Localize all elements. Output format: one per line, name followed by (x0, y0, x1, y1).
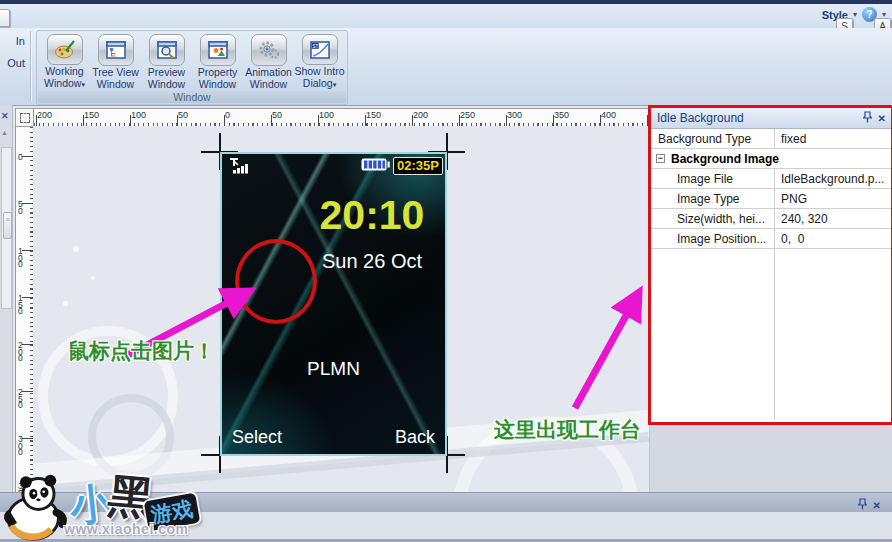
ribbon: In Out Working Window▾Tree View WindowPr… (0, 28, 892, 106)
canvas-decor-dot (73, 246, 79, 252)
ruler-label: 50 (178, 110, 188, 120)
dropdown-arrow-icon: ▾ (81, 81, 85, 88)
property-value[interactable]: 0, 0 (775, 232, 891, 246)
property-value[interactable]: fixed (775, 132, 891, 146)
softkey-back[interactable]: Back (395, 427, 435, 448)
svg-text:ST: ST (312, 43, 318, 48)
vertical-ruler: 050100150200250300350 (15, 126, 35, 494)
property-row: Image FileIdleBackground.p... (651, 169, 891, 189)
ruler-label: 100 (131, 110, 146, 120)
property-row: Background Typefixed (651, 129, 891, 149)
property-row: Size(width, hei...240, 320 (651, 209, 891, 229)
ruler-corner-box (15, 108, 35, 128)
working-window-button[interactable]: Working Window▾ (39, 32, 90, 90)
property-value[interactable]: 240, 320 (775, 212, 891, 226)
ruler-label: 150 (366, 110, 381, 120)
close-icon[interactable]: ✕ (878, 113, 886, 124)
property-panel-title: Idle Background (657, 111, 744, 125)
battery-icon (361, 157, 390, 175)
zoom-out-button[interactable]: Out (7, 57, 25, 69)
ruler-label: 250 (460, 110, 475, 120)
pin-icon[interactable] (863, 109, 872, 127)
tree-view-window-icon (98, 34, 134, 66)
signal-strength-icon (226, 157, 250, 178)
annotation-note-click-image: 鼠标点击图片！ (68, 337, 215, 365)
bottom-dock-bar[interactable]: ✕ (0, 492, 892, 513)
property-label: Image Position... (651, 229, 775, 248)
ruler-label: 200 (18, 342, 26, 362)
ruler-label: 0 (18, 154, 26, 161)
ruler-label: 50 (272, 110, 282, 120)
ruler-label: 150 (18, 295, 26, 315)
style-dropdown-arrow[interactable]: ▾ (853, 10, 857, 19)
ruler-label: 200 (413, 110, 428, 120)
ribbon-group-window: Working Window▾Tree View WindowPreview W… (36, 30, 348, 105)
animation-gears-icon (251, 34, 287, 66)
property-panel: Idle Background ✕ Background Typefixed−B… (648, 105, 892, 425)
annotation-note-workbench: 这里出现工作台！ (494, 416, 662, 444)
canvas-decor-dot (63, 301, 68, 306)
keytip-partial (0, 9, 10, 27)
group-separator (30, 31, 31, 101)
preview-window-button[interactable]: Preview Window (141, 32, 192, 90)
ribbon-tab-row: Style ▾ ? ▾ S A (0, 4, 892, 29)
zoom-in-button[interactable]: In (16, 35, 25, 47)
palette-icon (47, 34, 83, 65)
horizontal-ruler: 20015010050050100150200250300350400 (33, 108, 651, 128)
ribbon-button-label: Tree View Window (92, 67, 139, 90)
ribbon-button-label: Property Window (198, 67, 238, 90)
canvas-decor-dot (91, 276, 95, 280)
ruler-label: 0 (225, 110, 230, 120)
dropdown-arrow-icon: ▾ (333, 81, 337, 88)
softkey-select[interactable]: Select (232, 427, 282, 448)
bottom-panel (0, 512, 892, 542)
ruler-label: 300 (18, 436, 26, 456)
intro-dialog-icon: ST (302, 34, 338, 65)
application-window: Style ▾ ? ▾ S A In Out Working Window▾Tr… (0, 0, 892, 542)
ribbon-group-label: Window (38, 91, 346, 103)
close-icon[interactable]: ✕ (1, 111, 9, 121)
ribbon-button-label: Working Window▾ (44, 66, 85, 90)
property-group-label: Background Image (671, 152, 779, 166)
ruler-label: 300 (507, 110, 522, 120)
ruler-label: 200 (37, 110, 52, 120)
preview-window-icon (149, 34, 185, 66)
ruler-label: 400 (601, 110, 616, 120)
property-label: Image File (651, 169, 775, 188)
idle-clock-widget: 20:10 Sun 26 Oct (302, 194, 442, 273)
property-row: Image TypePNG (651, 189, 891, 209)
ruler-label: 150 (84, 110, 99, 120)
ribbon-button-label: Preview Window (148, 67, 185, 90)
property-window-icon (200, 34, 236, 66)
scrollbar-track[interactable]: ≡ (1, 147, 12, 309)
ruler-label: 250 (18, 389, 26, 409)
close-icon[interactable]: ✕ (873, 500, 881, 511)
ribbon-group-zoom-partial: In Out (0, 28, 28, 104)
clock-date: Sun 26 Oct (302, 250, 442, 273)
property-label: Background Type (651, 129, 775, 148)
ribbon-button-label: Show Intro Dialog▾ (294, 66, 344, 90)
clock-time: 20:10 (302, 194, 442, 236)
show-intro-dialog-button[interactable]: STShow Intro Dialog▾ (294, 32, 345, 90)
collapse-expander-icon[interactable]: − (656, 154, 665, 163)
tree-view-window-button[interactable]: Tree View Window (90, 32, 141, 90)
annotation-circle (235, 239, 317, 324)
right-dock-empty-area (649, 425, 892, 492)
ruler-label: 50 (18, 201, 26, 214)
property-value[interactable]: PNG (775, 192, 891, 206)
ribbon-group-buttons: Working Window▾Tree View WindowPreview W… (39, 32, 345, 90)
property-panel-header[interactable]: Idle Background ✕ (651, 108, 891, 129)
property-label: Size(width, hei... (651, 209, 775, 228)
status-time: 02:35P (393, 157, 443, 175)
property-grid: Background Typefixed−Background ImageIma… (651, 129, 891, 249)
collapsed-side-panel: ✕ ▲ ≡ (0, 105, 13, 492)
property-value[interactable]: IdleBackground.p... (775, 172, 891, 186)
animation-window-button[interactable]: Animation Window (243, 32, 294, 90)
property-window-button[interactable]: Property Window (192, 32, 243, 90)
property-grid-empty-area (651, 249, 891, 420)
phone-status-bar: 02:35P (222, 154, 445, 178)
ruler-label: 100 (18, 248, 26, 268)
scrollbar-grip[interactable]: ≡ (3, 212, 12, 239)
scroll-up-icon[interactable]: ▲ (1, 129, 8, 136)
property-row: Image Position...0, 0 (651, 229, 891, 249)
